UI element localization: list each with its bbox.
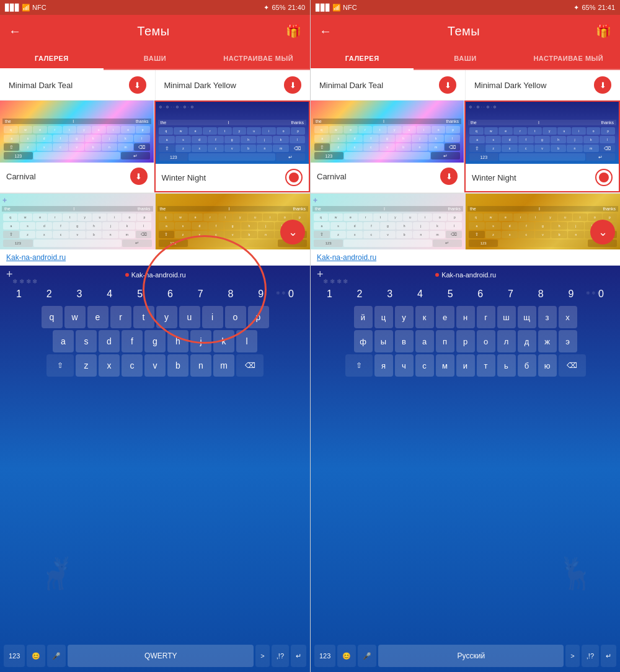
- tab-custom-right[interactable]: НАСТРАИВАЕ МЫЙ: [517, 48, 620, 70]
- back-button-right[interactable]: ←: [319, 24, 332, 38]
- emoji-key-left[interactable]: 😊: [27, 645, 45, 667]
- key-ы[interactable]: ы: [374, 330, 393, 352]
- key-щ[interactable]: щ: [518, 306, 536, 328]
- enter-key-left[interactable]: ↵: [291, 645, 306, 667]
- theme-minimal-dark-teal-right[interactable]: Minimal Dark Teal ⬇: [311, 70, 466, 100]
- key-а[interactable]: а: [415, 330, 434, 352]
- key-m-left[interactable]: m: [213, 354, 234, 377]
- key-y-left[interactable]: y: [156, 306, 177, 328]
- num-key-left[interactable]: 123: [4, 645, 25, 667]
- key-е[interactable]: е: [436, 306, 454, 328]
- key-в[interactable]: в: [395, 330, 414, 352]
- key-z-left[interactable]: z: [76, 354, 97, 377]
- key-o-left[interactable]: o: [225, 306, 246, 328]
- key-у[interactable]: у: [395, 306, 414, 328]
- key-ь[interactable]: ь: [497, 354, 516, 377]
- key-h-left[interactable]: h: [167, 330, 188, 352]
- theme-card-carnival-left[interactable]: theIthanks qwertyuiop asdfghjkl ⇧ zxcvbn…: [0, 101, 154, 192]
- key-г[interactable]: г: [477, 306, 495, 328]
- download-btn-teal-right[interactable]: ⬇: [439, 76, 456, 94]
- download-btn-yellow-right[interactable]: ⬇: [594, 76, 611, 94]
- key-я[interactable]: я: [374, 354, 393, 377]
- key-e-left[interactable]: e: [87, 306, 108, 328]
- gift-button-right[interactable]: 🎁: [596, 24, 611, 38]
- key-q-left[interactable]: q: [42, 306, 63, 328]
- punctuation-key-left[interactable]: ,!?: [272, 645, 289, 667]
- tab-custom-left[interactable]: НАСТРАИВАЕ МЫЙ: [206, 48, 310, 70]
- website-link-right[interactable]: Kak-na-android.ru: [311, 249, 620, 266]
- key-ц[interactable]: ц: [374, 306, 393, 328]
- backspace-key-left[interactable]: ⌫: [236, 354, 264, 377]
- key-п[interactable]: п: [436, 330, 454, 352]
- num-key-right[interactable]: 123: [314, 645, 335, 667]
- arrow-key-right[interactable]: >: [565, 645, 579, 667]
- key-х[interactable]: х: [559, 306, 577, 328]
- punctuation-key-right[interactable]: ,!?: [582, 645, 599, 667]
- dl-carnival-left[interactable]: ⬇: [130, 168, 148, 185]
- key-з[interactable]: з: [538, 306, 557, 328]
- theme-minimal-dark-yellow-right[interactable]: Minimal Dark Yellow ⬇: [466, 70, 620, 100]
- key-о[interactable]: о: [477, 330, 495, 352]
- key-s-left[interactable]: s: [76, 330, 97, 352]
- theme-minimal-dark-teal-left[interactable]: Minimal Dark Teal ⬇: [0, 70, 156, 100]
- key-й[interactable]: й: [354, 306, 373, 328]
- key-с[interactable]: с: [415, 354, 434, 377]
- shift-key-right[interactable]: ⇧: [345, 354, 373, 377]
- enter-key-right[interactable]: ↵: [601, 645, 616, 667]
- key-r-left[interactable]: r: [110, 306, 131, 328]
- mic-key-right[interactable]: 🎤: [358, 645, 376, 667]
- key-l-left[interactable]: l: [236, 330, 257, 352]
- key-d-left[interactable]: d: [99, 330, 120, 352]
- key-x-left[interactable]: x: [99, 354, 120, 377]
- key-j-left[interactable]: j: [190, 330, 211, 352]
- key-i-left[interactable]: i: [202, 306, 223, 328]
- key-b-left[interactable]: b: [167, 354, 188, 377]
- space-key-left[interactable]: QWERTY: [68, 645, 254, 667]
- theme-card-carnival-right[interactable]: theIthanks qwertyuiop asdfghjkl ⇧ zxcvbn…: [311, 101, 464, 192]
- key-n-left[interactable]: n: [190, 354, 211, 377]
- download-btn-teal-left[interactable]: ⬇: [129, 76, 146, 94]
- key-u-left[interactable]: u: [179, 306, 200, 328]
- tab-gallery-left[interactable]: ГАЛЕРЕЯ: [0, 48, 104, 70]
- chevron-down-btn-left[interactable]: ⌄: [280, 220, 305, 244]
- key-f-left[interactable]: f: [122, 330, 143, 352]
- gift-button-left[interactable]: 🎁: [286, 24, 301, 38]
- download-btn-yellow-left[interactable]: ⬇: [284, 76, 301, 94]
- key-g-left[interactable]: g: [144, 330, 166, 352]
- website-link-left[interactable]: Kak-na-android.ru: [0, 249, 310, 266]
- key-ф[interactable]: ф: [354, 330, 373, 352]
- theme-card-winter-left[interactable]: ❄ · ❄ · · ❄ · ❄ · ❄ theIthanks qwertyuio…: [154, 101, 311, 192]
- key-б[interactable]: б: [518, 354, 536, 377]
- key-a-left[interactable]: a: [53, 330, 74, 352]
- backspace-key-right[interactable]: ⌫: [559, 354, 586, 377]
- key-ч[interactable]: ч: [395, 354, 414, 377]
- dl-carnival-right[interactable]: ⬇: [440, 168, 458, 185]
- key-v-left[interactable]: v: [144, 354, 166, 377]
- emoji-key-right[interactable]: 😊: [337, 645, 356, 667]
- mic-key-left[interactable]: 🎤: [47, 645, 66, 667]
- space-key-right[interactable]: Русский: [378, 645, 564, 667]
- key-т[interactable]: т: [477, 354, 495, 377]
- tab-yours-left[interactable]: ВАШИ: [104, 48, 207, 70]
- arrow-key-left[interactable]: >: [255, 645, 269, 667]
- key-ю[interactable]: ю: [538, 354, 557, 377]
- key-д[interactable]: д: [518, 330, 536, 352]
- tab-yours-right[interactable]: ВАШИ: [414, 48, 516, 70]
- key-и[interactable]: и: [456, 354, 475, 377]
- key-c-left[interactable]: c: [122, 354, 143, 377]
- key-л[interactable]: л: [497, 330, 516, 352]
- key-р[interactable]: р: [456, 330, 475, 352]
- key-p-left[interactable]: p: [248, 306, 269, 328]
- key-ж[interactable]: ж: [538, 330, 557, 352]
- chevron-down-btn-right[interactable]: ⌄: [590, 220, 615, 244]
- theme-minimal-dark-yellow-left[interactable]: Minimal Dark Yellow ⬇: [156, 70, 311, 100]
- key-k-left[interactable]: k: [213, 330, 234, 352]
- key-w-left[interactable]: w: [64, 306, 86, 328]
- back-button-left[interactable]: ←: [9, 24, 21, 38]
- key-к[interactable]: к: [415, 306, 434, 328]
- key-м[interactable]: м: [436, 354, 454, 377]
- key-э[interactable]: э: [559, 330, 577, 352]
- shift-key-left[interactable]: ⇧: [46, 354, 74, 377]
- key-t-left[interactable]: t: [133, 306, 154, 328]
- key-ш[interactable]: ш: [497, 306, 516, 328]
